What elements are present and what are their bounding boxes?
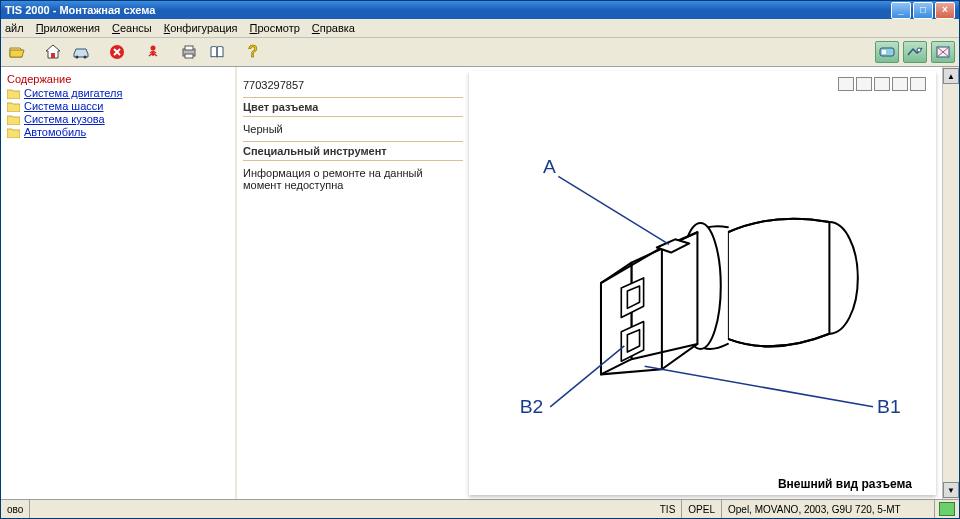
window-buttons: _ □ × <box>891 2 955 19</box>
svg-point-4 <box>151 46 156 51</box>
status-ready: ово <box>1 500 30 518</box>
tree-item-body[interactable]: Система кузова <box>7 113 233 125</box>
part-number: 7703297857 <box>243 79 463 91</box>
folder-icon <box>7 127 20 138</box>
svg-point-1 <box>76 56 79 59</box>
svg-line-16 <box>550 346 624 407</box>
diagram-panel: A B2 B1 Внешний вид разъема <box>469 71 936 495</box>
status-indicator-icon <box>939 502 955 516</box>
diagram-toolbar <box>838 77 926 91</box>
svg-text:?: ? <box>248 43 258 60</box>
tool-green-3-icon[interactable] <box>931 41 955 63</box>
svg-rect-10 <box>882 50 886 54</box>
color-value: Черный <box>243 123 463 135</box>
status-brand: OPEL <box>682 500 722 518</box>
menu-help[interactable]: Справка <box>312 22 355 34</box>
diagram-btn-4[interactable] <box>892 77 908 91</box>
close-button[interactable]: × <box>935 2 955 19</box>
sidebar: Содержание Система двигателя Система шас… <box>1 67 237 499</box>
cancel-icon[interactable] <box>105 40 129 64</box>
print-icon[interactable] <box>177 40 201 64</box>
tree-item-chassis[interactable]: Система шасси <box>7 100 233 112</box>
diagram-btn-1[interactable] <box>838 77 854 91</box>
scroll-up-icon[interactable]: ▲ <box>943 68 959 84</box>
tree-item-vehicle[interactable]: Автомобиль <box>7 126 233 138</box>
diagram-btn-2[interactable] <box>856 77 872 91</box>
color-header: Цвет разъема <box>243 97 463 117</box>
tree-link[interactable]: Система шасси <box>24 100 103 112</box>
status-tis: TIS <box>654 500 683 518</box>
home-icon[interactable] <box>41 40 65 64</box>
menu-sessions[interactable]: Сеансы <box>112 22 152 34</box>
info-column: 7703297857 Цвет разъема Черный Специальн… <box>237 67 469 499</box>
diagram-btn-5[interactable] <box>910 77 926 91</box>
tree-link[interactable]: Автомобиль <box>24 126 86 138</box>
sidebar-header: Содержание <box>7 73 233 85</box>
car-icon[interactable] <box>69 40 93 64</box>
main: 7703297857 Цвет разъема Черный Специальн… <box>237 67 959 499</box>
help-icon[interactable]: ? <box>241 40 265 64</box>
toolbar-left: ? <box>5 40 265 64</box>
toolbar-right <box>875 41 955 63</box>
tree-link[interactable]: Система кузова <box>24 113 105 125</box>
diagram-label-b2: B2 <box>520 396 544 417</box>
svg-rect-7 <box>185 54 193 58</box>
menu-file[interactable]: айл <box>5 22 24 34</box>
person-icon[interactable] <box>141 40 165 64</box>
maximize-button[interactable]: □ <box>913 2 933 19</box>
tool-green-1-icon[interactable] <box>875 41 899 63</box>
menu-applications[interactable]: ППриложенияриложения <box>36 22 100 34</box>
menu-config[interactable]: Конфигурация <box>164 22 238 34</box>
statusbar: ово TIS OPEL Opel, MOVANO, 2003, G9U 720… <box>1 499 959 518</box>
titlebar: TIS 2000 - Монтажная схема _ □ × <box>1 1 959 19</box>
diagram-label-a: A <box>543 156 556 177</box>
menu-view[interactable]: Просмотр <box>250 22 300 34</box>
diagram-caption: Внешний вид разъема <box>778 477 912 491</box>
svg-rect-0 <box>51 53 55 58</box>
connector-diagram: A B2 B1 <box>469 71 936 495</box>
diagram-label-b1: B1 <box>877 396 901 417</box>
folder-icon <box>7 114 20 125</box>
window-title: TIS 2000 - Монтажная схема <box>5 4 155 16</box>
tool-header: Специальный инструмент <box>243 141 463 161</box>
tool-value: Информация о ремонте на данный момент не… <box>243 167 463 191</box>
tree-link[interactable]: Система двигателя <box>24 87 122 99</box>
app-window: TIS 2000 - Монтажная схема _ □ × айл ППр… <box>0 0 960 519</box>
svg-point-11 <box>917 48 921 52</box>
vertical-scrollbar[interactable]: ▲ ▼ <box>942 67 959 499</box>
book-icon[interactable] <box>205 40 229 64</box>
tool-green-2-icon[interactable] <box>903 41 927 63</box>
open-icon[interactable] <box>5 40 29 64</box>
tree-item-engine[interactable]: Система двигателя <box>7 87 233 99</box>
folder-icon <box>7 88 20 99</box>
svg-rect-6 <box>185 46 193 50</box>
folder-icon <box>7 101 20 112</box>
svg-point-2 <box>84 56 87 59</box>
diagram-btn-3[interactable] <box>874 77 890 91</box>
minimize-button[interactable]: _ <box>891 2 911 19</box>
toolbar: ? <box>1 38 959 67</box>
status-vehicle: Opel, MOVANO, 2003, G9U 720, 5-MT <box>722 500 935 518</box>
svg-line-17 <box>645 366 873 407</box>
menubar: айл ППриложенияриложения Сеансы Конфигур… <box>1 19 959 38</box>
scroll-down-icon[interactable]: ▼ <box>943 482 959 498</box>
svg-line-15 <box>558 176 669 244</box>
body: Содержание Система двигателя Система шас… <box>1 67 959 499</box>
